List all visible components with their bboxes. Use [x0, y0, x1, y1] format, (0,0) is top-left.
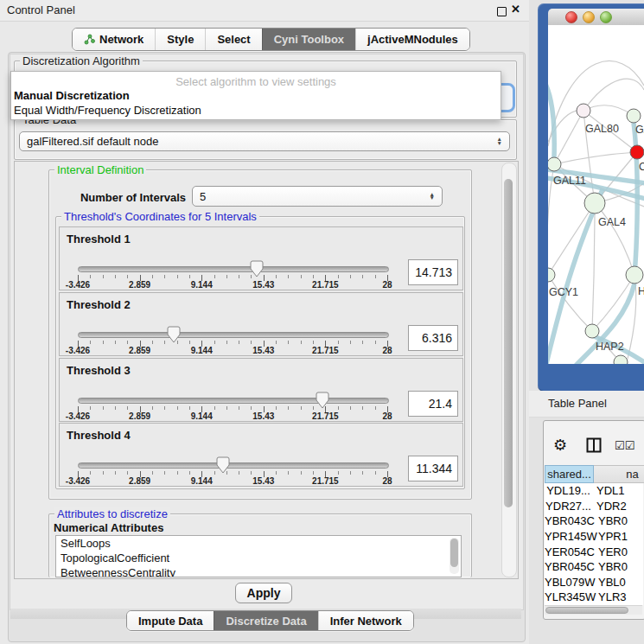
columns-icon[interactable] — [586, 437, 602, 453]
slider-thumb-icon[interactable] — [216, 456, 230, 474]
table-row[interactable]: YLR345WYLR3 — [545, 590, 643, 605]
zoom-traffic-light-icon[interactable] — [600, 11, 612, 23]
group-title-attributes: Attributes to discretize — [54, 507, 170, 520]
tab-discretize-data[interactable]: Discretize Data — [214, 611, 317, 630]
network-node-hap2[interactable] — [585, 324, 599, 338]
table-row[interactable]: YBR043CYBR0 — [545, 513, 643, 529]
float-panel-icon[interactable] — [497, 7, 507, 16]
threshold-slider[interactable]: -3.4262.8599.14415.4321.71528 — [78, 392, 387, 421]
control-panel: Control Panel ✕ NetworkStyleSelectCyni T… — [0, 0, 529, 644]
horizontal-scrollbar-thumb[interactable] — [545, 607, 628, 614]
table-row[interactable]: YBL079WYBL0 — [545, 575, 643, 590]
network-node-gal11[interactable] — [548, 157, 561, 171]
slider-thumb-icon[interactable] — [167, 326, 181, 343]
threshold-label: Threshold 3 — [67, 364, 131, 377]
table-row[interactable]: YER054CYER0 — [545, 544, 643, 559]
slider-tick-label: -3.426 — [66, 346, 90, 355]
tab-label: Impute Data — [138, 615, 202, 628]
tab-style[interactable]: Style — [155, 29, 205, 50]
table-row[interactable]: YPR145WYPR1 — [545, 529, 643, 545]
tab-network[interactable]: Network — [73, 29, 155, 50]
table-cell: YBR043C — [545, 514, 594, 527]
gear-icon[interactable]: ⚙ — [553, 436, 567, 454]
apply-button[interactable]: Apply — [235, 583, 292, 603]
table-column-header[interactable]: na — [594, 465, 644, 483]
num-intervals-label: Number of Intervals — [52, 191, 186, 204]
threshold-value[interactable]: 14.713 — [408, 259, 458, 285]
network-node-gal4[interactable] — [584, 193, 605, 214]
attribute-item-topologicalcoefficient[interactable]: TopologicalCoefficient — [56, 551, 461, 565]
vertical-scrollbar-thumb[interactable] — [504, 179, 513, 507]
minimize-traffic-light-icon[interactable] — [583, 11, 595, 23]
slider-tick-label: 15.43 — [252, 476, 274, 486]
vertical-scrollbar[interactable] — [501, 163, 517, 577]
tab-jactivemnodules[interactable]: jActiveMNodules — [355, 29, 469, 50]
attributes-list-scrollbar[interactable] — [450, 538, 459, 574]
network-node-label: H — [638, 285, 644, 297]
table-row[interactable]: YBR045CYBR0 — [545, 559, 643, 575]
attribute-item-selfloops[interactable]: SelfLoops — [56, 536, 461, 551]
table-data-combo[interactable]: galFiltered.sif default node ▲▼ — [19, 131, 510, 151]
tab-select[interactable]: Select — [205, 29, 261, 50]
network-edge[interactable] — [595, 203, 634, 275]
threshold-value[interactable]: 6.316 — [408, 325, 458, 351]
slider-thumb-icon[interactable] — [250, 260, 264, 277]
slider-track[interactable] — [78, 266, 389, 272]
network-window-titlebar[interactable] — [548, 9, 644, 26]
network-edge[interactable] — [554, 152, 637, 164]
dropdown-option-equal-width-frequency-discretization[interactable]: Equal Width/Frequency Discretization — [14, 104, 201, 117]
threshold-panel: Threshold 3 -3.4262.8599.14415.4321.7152… — [59, 358, 463, 422]
network-node-label: GAL4 — [598, 216, 626, 228]
threshold-slider[interactable]: -3.4262.8599.14415.4321.71528 — [78, 260, 387, 290]
slider-track[interactable] — [78, 462, 389, 469]
close-panel-icon[interactable]: ✕ — [511, 3, 520, 16]
tab-impute-data[interactable]: Impute Data — [127, 611, 214, 630]
network-node-gcy1[interactable] — [548, 268, 555, 282]
network-node-ga[interactable] — [627, 109, 641, 123]
threshold-value[interactable]: 21.4 — [408, 391, 458, 417]
slider-tick-label: 28 — [382, 476, 392, 486]
horizontal-scrollbar[interactable] — [545, 605, 642, 615]
threshold-slider[interactable]: -3.4262.8599.14415.4321.71528 — [78, 456, 387, 486]
slider-track[interactable] — [78, 398, 389, 404]
slider-tick-label: -3.426 — [66, 476, 90, 486]
slider-track[interactable] — [78, 332, 389, 338]
slider-tick-label: 2.859 — [129, 411, 150, 421]
dropdown-hint: Select algorithm to view settings — [11, 75, 501, 88]
network-edge-thick[interactable] — [548, 82, 554, 157]
network-node-c[interactable] — [630, 145, 644, 159]
slider-tick-label: 15.43 — [252, 346, 274, 355]
num-intervals-combo[interactable]: 5 ▲▼ — [192, 186, 443, 207]
network-node-gal80[interactable] — [577, 104, 590, 118]
network-node-label: C — [639, 161, 644, 173]
slider-major-ticks — [78, 471, 388, 477]
group-title-thresholds: Threshold's Coordinates for 5 Intervals — [61, 210, 259, 223]
table-row[interactable]: YDR27...YDR2 — [545, 499, 643, 514]
dropdown-option-manual-discretization[interactable]: Manual Discretization — [14, 89, 130, 102]
close-traffic-light-icon[interactable] — [565, 11, 577, 23]
tab-label: Discretize Data — [226, 615, 306, 628]
table-column-header[interactable]: shared... — [545, 465, 594, 483]
table-panel-title: Table Panel — [548, 397, 607, 410]
table-row[interactable]: YDL19...YDL1 — [545, 483, 643, 499]
threshold-slider[interactable]: -3.4262.8599.14415.4321.71528 — [78, 326, 387, 355]
numerical-attributes-list[interactable]: SelfLoopsTopologicalCoefficientBetweenne… — [55, 535, 462, 577]
slider-thumb-icon[interactable] — [316, 392, 329, 409]
slider-tick-label: 21.715 — [312, 346, 339, 355]
control-panel-tab-bar: NetworkStyleSelectCyni ToolboxjActiveMNo… — [72, 28, 470, 51]
network-edge[interactable] — [592, 203, 595, 331]
table-cell: YLR345W — [545, 590, 594, 603]
attribute-item-betweennesscentrality[interactable]: BetweennessCentrality — [56, 565, 461, 577]
checkbox-filter-icons[interactable]: ☑☑ — [615, 439, 634, 452]
tab-cyni-toolbox[interactable]: Cyni Toolbox — [262, 29, 355, 50]
table-cell: YBL079W — [545, 576, 594, 589]
network-edge[interactable] — [554, 111, 583, 164]
network-canvas[interactable]: GAL80GACGAL11GAL4GCY1HHAP2 — [548, 25, 644, 364]
tab-infer-network[interactable]: Infer Network — [318, 611, 413, 630]
table-cell: YER0 — [594, 545, 643, 558]
network-node-h[interactable] — [626, 266, 643, 284]
table-header-row: shared...na — [545, 465, 644, 483]
threshold-value[interactable]: 11.344 — [408, 456, 458, 481]
network-edge[interactable] — [583, 105, 634, 116]
tab-label: Infer Network — [330, 615, 402, 628]
